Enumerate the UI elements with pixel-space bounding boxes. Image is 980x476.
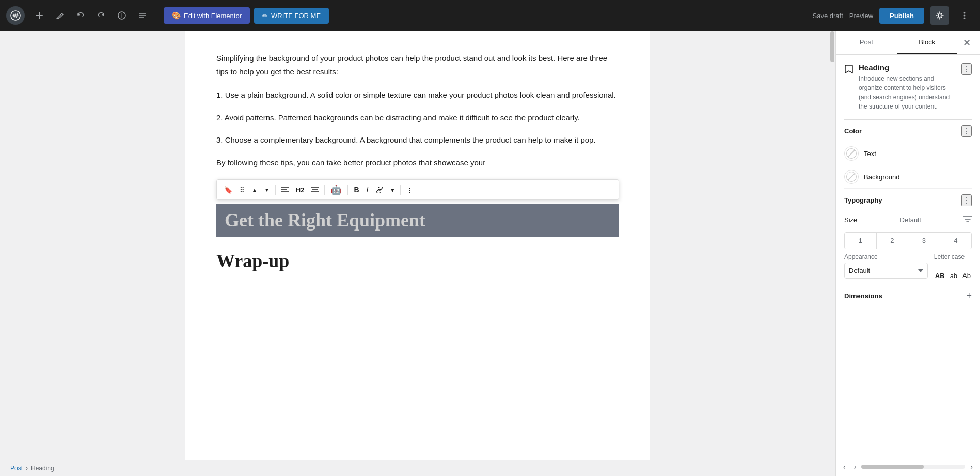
tab-block[interactable]: Block xyxy=(897,31,958,54)
selected-heading[interactable]: Get the Right Equipment xyxy=(216,204,619,237)
main-area: Simplifying the background of your produ… xyxy=(0,31,980,476)
add-button[interactable] xyxy=(31,7,48,24)
uppercase-button[interactable]: AB xyxy=(934,271,946,281)
partial-text[interactable]: By following these tips, you can take be… xyxy=(216,156,619,170)
nav-end-button[interactable]: › xyxy=(967,460,976,473)
breadcrumb-post[interactable]: Post xyxy=(10,465,23,472)
size-option-3[interactable]: 3 xyxy=(908,233,940,249)
info-button[interactable]: i xyxy=(114,7,130,24)
block-options-button[interactable]: ⋮ xyxy=(961,63,972,75)
wrapup-heading[interactable]: Wrap-up xyxy=(216,249,619,273)
editor-inner: Simplifying the background of your produ… xyxy=(185,31,650,476)
svg-point-7 xyxy=(964,18,966,19)
italic-button[interactable]: I xyxy=(363,183,372,196)
floating-toolbar: 🔖 ⠿ ▲ ▼ H2 🤖 B I ▾ xyxy=(216,179,619,200)
bold-button[interactable]: B xyxy=(351,183,362,196)
text-align-button[interactable] xyxy=(308,185,322,195)
write-for-me-button[interactable]: ✏ WRITE FOR ME xyxy=(254,8,329,24)
color-more-button[interactable]: ⋮ xyxy=(961,125,972,137)
dimensions-add-button[interactable]: + xyxy=(966,290,972,301)
sidebar-tabs-row: Post Block ✕ xyxy=(836,31,980,55)
publish-button[interactable]: Publish xyxy=(879,8,924,24)
appearance-col: Appearance Default Thin Light Normal Bol… xyxy=(844,253,928,279)
editor-area[interactable]: Simplifying the background of your produ… xyxy=(0,31,835,476)
appearance-row: Appearance Default Thin Light Normal Bol… xyxy=(844,253,972,281)
size-options: 1 2 3 4 xyxy=(844,232,972,249)
svg-point-6 xyxy=(964,15,966,17)
block-bookmark-icon xyxy=(844,64,853,77)
block-info: Heading Introduce new sections and organ… xyxy=(844,63,972,111)
svg-point-4 xyxy=(938,14,941,17)
tip-2[interactable]: 2. Avoid patterns. Patterned backgrounds… xyxy=(216,111,619,125)
edit-with-elementor-button[interactable]: 🎨 Edit with Elementor xyxy=(164,7,250,24)
more-options-button[interactable] xyxy=(955,6,974,25)
overflow-menu-button[interactable]: ⋮ xyxy=(403,184,416,196)
typography-more-button[interactable]: ⋮ xyxy=(961,194,972,206)
ai-button[interactable]: 🤖 xyxy=(327,182,345,197)
bookmark-toolbar-button[interactable]: 🔖 xyxy=(221,184,235,196)
size-option-2[interactable]: 2 xyxy=(877,233,909,249)
settings-button[interactable] xyxy=(930,6,949,25)
svg-text:W: W xyxy=(13,13,18,19)
drag-handle-button[interactable]: ⠿ xyxy=(236,184,248,196)
size-label: Size xyxy=(844,216,857,224)
size-filter-button[interactable] xyxy=(963,216,972,224)
redo-button[interactable] xyxy=(93,7,109,24)
breadcrumb-separator: › xyxy=(26,465,28,472)
svg-point-5 xyxy=(964,12,966,14)
color-section-title: Color xyxy=(844,127,862,135)
toolbar-separator xyxy=(157,8,157,23)
background-color-swatch[interactable] xyxy=(844,170,859,184)
dimensions-label: Dimensions xyxy=(844,292,882,300)
tab-post[interactable]: Post xyxy=(836,31,897,54)
move-up-button[interactable]: ▲ xyxy=(249,185,260,195)
write-label: WRITE FOR ME xyxy=(271,12,321,20)
tip-1[interactable]: 1. Use a plain background. A solid color… xyxy=(216,88,619,102)
undo-button[interactable] xyxy=(72,7,89,24)
editor-content: Simplifying the background of your produ… xyxy=(216,52,619,169)
appearance-select[interactable]: Default Thin Light Normal Bold xyxy=(844,263,928,279)
heading-level-button[interactable]: H2 xyxy=(293,184,308,196)
menu-button[interactable] xyxy=(134,7,151,24)
size-value: Default xyxy=(900,216,921,224)
paragraph-1[interactable]: Simplifying the background of your produ… xyxy=(216,52,619,78)
lowercase-button[interactable]: ab xyxy=(949,271,958,281)
preview-button[interactable]: Preview xyxy=(849,12,873,20)
ft-separator-1 xyxy=(275,185,276,195)
editor-scrollbar[interactable] xyxy=(829,31,835,455)
block-title: Heading xyxy=(859,63,956,72)
color-section-header[interactable]: Color ⋮ xyxy=(844,119,972,142)
ft-separator-3 xyxy=(347,185,348,195)
align-left-button[interactable] xyxy=(278,185,292,195)
breadcrumb-heading: Heading xyxy=(31,465,54,472)
text-color-label: Text xyxy=(864,150,876,158)
sidebar-scroll-thumb[interactable] xyxy=(861,465,924,469)
appearance-label: Appearance xyxy=(844,253,928,260)
nav-prev-button[interactable]: ‹ xyxy=(840,460,849,473)
save-draft-button[interactable]: Save draft xyxy=(813,12,843,20)
nav-next-button[interactable]: › xyxy=(851,460,860,473)
move-down-button[interactable]: ▼ xyxy=(261,185,273,195)
text-color-swatch[interactable] xyxy=(844,146,859,161)
size-option-1[interactable]: 1 xyxy=(845,233,877,249)
typography-section-header[interactable]: Typography ⋮ xyxy=(844,189,972,211)
link-button[interactable] xyxy=(372,185,387,195)
sidebar-scrollbar[interactable] xyxy=(861,465,965,469)
size-option-4[interactable]: 4 xyxy=(940,233,972,249)
ft-separator-2 xyxy=(324,185,325,195)
wp-logo[interactable]: W xyxy=(6,6,25,25)
sidebar-close-button[interactable]: ✕ xyxy=(957,34,976,52)
sidebar-content: Heading Introduce new sections and organ… xyxy=(836,55,980,457)
more-options-toolbar-button[interactable]: ▾ xyxy=(388,184,398,196)
background-color-label: Background xyxy=(864,173,899,181)
pen-tool-button[interactable] xyxy=(52,7,68,24)
block-description: Heading Introduce new sections and organ… xyxy=(859,63,956,111)
elementor-label: Edit with Elementor xyxy=(184,12,242,20)
typography-section-title: Typography xyxy=(844,196,882,204)
svg-text:i: i xyxy=(121,13,122,19)
capitalize-button[interactable]: Ab xyxy=(961,271,972,281)
tip-3[interactable]: 3. Choose a complementary background. A … xyxy=(216,133,619,147)
scrollbar-thumb[interactable] xyxy=(830,31,834,62)
ft-separator-4 xyxy=(400,185,401,195)
dimensions-row: Dimensions + xyxy=(844,285,972,306)
